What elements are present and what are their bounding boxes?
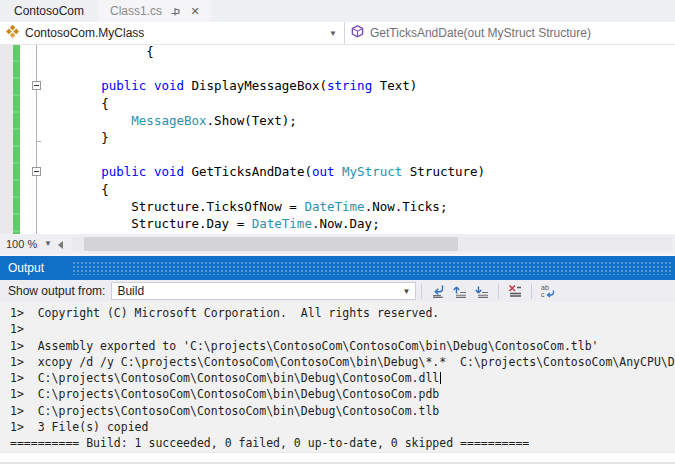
previous-message-icon	[452, 283, 468, 299]
class-icon	[5, 24, 20, 43]
tab-label: Class1.cs	[110, 4, 162, 18]
code-line: public void DisplayMessageBox(string Tex…	[41, 77, 485, 94]
code-line: Structure.Day = DateTime.Now.Day;	[41, 215, 485, 232]
close-icon[interactable]: ✕	[188, 4, 202, 18]
scope-dropdown-value: ContosoCom.MyClass	[25, 26, 144, 40]
code-line: MessageBox.Show(Text);	[41, 112, 485, 129]
output-line: 1> xcopy /d /y C:\projects\ContosoCom\Co…	[10, 354, 675, 370]
zoom-dropdown-icon[interactable]: ▼	[44, 234, 52, 254]
horizontal-scrollbar[interactable]	[72, 237, 672, 251]
scrollbar-thumb[interactable]	[84, 237, 458, 251]
output-panel-title: Output	[8, 256, 44, 280]
code-line: {	[41, 45, 485, 60]
code-line: Structure.TicksOfNow = DateTime.Now.Tick…	[41, 198, 485, 215]
output-bottom-strip	[0, 452, 675, 464]
output-source-combobox[interactable]: Build ▼	[111, 282, 416, 300]
method-icon	[350, 24, 365, 43]
scope-dropdown[interactable]: ContosoCom.MyClass ▼	[0, 22, 345, 44]
navigation-bar: ContosoCom.MyClass ▼ GetTicksAndDate(out…	[0, 22, 675, 45]
next-message-icon	[474, 283, 490, 299]
output-line: ========== Build: 1 succeeded, 0 failed,…	[10, 435, 675, 451]
document-tab-bar: ContosoCom Class1.cs ✕	[0, 0, 675, 22]
output-line: 1>	[10, 321, 675, 337]
code-line: }	[41, 129, 485, 146]
next-message-button[interactable]	[471, 281, 493, 301]
collapse-region-icon[interactable]	[32, 167, 41, 176]
output-text-area[interactable]: 1> Copyright (C) Microsoft Corporation. …	[0, 302, 675, 452]
clear-all-button[interactable]	[504, 281, 526, 301]
svg-text:c: c	[541, 291, 545, 298]
text-caret	[440, 372, 441, 384]
vs-window: ContosoCom Class1.cs ✕ ContosoCom.MyClas…	[0, 0, 675, 464]
code-line: {	[41, 181, 485, 198]
scroll-left-icon[interactable]	[58, 241, 63, 249]
outlining-margin	[36, 45, 37, 234]
output-source-value: Build	[112, 284, 144, 298]
output-toolbar: Show output from: Build ▼	[0, 280, 675, 302]
word-wrap-button[interactable]: ab c	[537, 281, 559, 301]
zoom-level[interactable]: 100 %	[6, 234, 37, 254]
toolbar-separator	[498, 284, 499, 299]
toolbar-separator	[531, 284, 532, 299]
show-output-from-label: Show output from:	[8, 284, 105, 298]
output-line: 1> Assembly exported to 'C:\projects\Con…	[10, 338, 675, 354]
output-line: 1> 3 File(s) copied	[10, 419, 675, 435]
code-editor[interactable]: { public void DisplayMessageBox(string T…	[0, 45, 675, 234]
code-line: public void GetTicksAndDate(out MyStruct…	[41, 163, 485, 180]
find-message-icon	[430, 283, 446, 299]
chevron-down-icon[interactable]: ▼	[402, 287, 415, 296]
collapse-region-icon[interactable]	[32, 81, 41, 90]
output-panel-header[interactable]: Output	[0, 256, 675, 280]
toolbar-separator	[421, 284, 422, 299]
tab-contosocom[interactable]: ContosoCom	[0, 0, 98, 22]
editor-gutter	[0, 45, 13, 234]
drag-grip-texture	[72, 261, 672, 275]
output-line: 1> C:\projects\ContosoCom\ContosoCom\bin…	[10, 386, 675, 402]
member-dropdown-value: GetTicksAndDate(out MyStruct Structure)	[370, 26, 591, 40]
chevron-down-icon[interactable]: ▼	[329, 29, 337, 38]
clear-all-icon	[507, 283, 523, 299]
editor-bottom-bar: 100 % ▼	[0, 234, 675, 254]
code-line: {	[41, 95, 485, 112]
pin-icon[interactable]	[168, 4, 182, 18]
output-line: 1> C:\projects\ContosoCom\ContosoCom\bin…	[10, 370, 675, 386]
output-line: 1> C:\projects\ContosoCom\ContosoCom\bin…	[10, 403, 675, 419]
output-line: 1> Copyright (C) Microsoft Corporation. …	[10, 305, 675, 321]
code-line	[41, 146, 485, 163]
code-line	[41, 60, 485, 77]
member-dropdown[interactable]: GetTicksAndDate(out MyStruct Structure)	[345, 22, 675, 44]
change-tracking-bar	[13, 45, 20, 234]
tab-class1[interactable]: Class1.cs ✕	[98, 0, 210, 22]
word-wrap-icon: ab c	[540, 283, 556, 299]
find-message-button[interactable]	[427, 281, 449, 301]
tab-label: ContosoCom	[14, 4, 84, 18]
svg-text:ab: ab	[541, 284, 549, 291]
code-text: { public void DisplayMessageBox(string T…	[41, 45, 485, 234]
previous-message-button[interactable]	[449, 281, 471, 301]
